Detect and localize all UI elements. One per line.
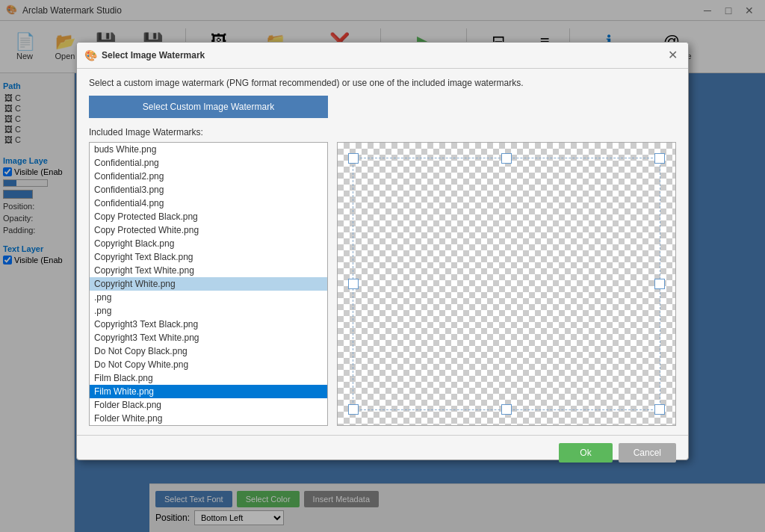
modal-footer: Ok Cancel <box>77 435 688 470</box>
handle-bottom-right[interactable] <box>654 404 665 415</box>
modal-close-button[interactable]: ✕ <box>664 47 681 64</box>
list-item[interactable]: .png <box>90 291 327 304</box>
select-custom-watermark-button[interactable]: Select Custom Image Watermark <box>89 96 328 118</box>
list-item[interactable]: Confidential3.png <box>90 183 327 197</box>
list-item[interactable]: Copyright Black.png <box>90 237 327 250</box>
select-watermark-modal: 🎨 Select Image Watermark ✕ Select a cust… <box>76 42 689 460</box>
preview-grid <box>353 158 660 410</box>
list-item[interactable]: buds White.png <box>90 143 327 156</box>
list-item[interactable]: Confidential.png <box>90 156 327 170</box>
list-item[interactable]: Confidential4.png <box>90 197 327 210</box>
ok-button[interactable]: Ok <box>559 443 612 463</box>
modal-title: Select Image Watermark <box>102 50 664 61</box>
handle-bottom-left[interactable] <box>348 404 359 415</box>
modal-description: Select a custom image watermark (PNG for… <box>89 78 676 88</box>
list-item[interactable]: Copyright3 Text Black.png <box>90 318 327 331</box>
list-item-film-white[interactable]: Film White.png <box>90 385 327 398</box>
list-item[interactable]: Do Not Copy Black.png <box>90 344 327 358</box>
handle-middle-right[interactable] <box>654 279 665 289</box>
list-item[interactable]: Confidential2.png <box>90 170 327 183</box>
list-item[interactable]: Folder White.png <box>90 412 327 425</box>
included-label: Included Image Watermarks: <box>89 127 676 137</box>
modal-body: buds White.png Confidential.png Confiden… <box>89 142 676 426</box>
preview-checkered <box>338 143 675 425</box>
list-item[interactable]: Copy Protected Black.png <box>90 210 327 223</box>
list-item[interactable]: .png <box>90 304 327 318</box>
modal-content: Select a custom image watermark (PNG for… <box>77 69 688 435</box>
modal-overlay: 🎨 Select Image Watermark ✕ Select a cust… <box>0 0 765 532</box>
list-item-copyright-white[interactable]: Copyright White.png <box>90 277 327 291</box>
list-item[interactable]: Copyright3 Text White.png <box>90 331 327 344</box>
file-list[interactable]: buds White.png Confidential.png Confiden… <box>89 142 328 426</box>
list-item[interactable]: Do Not Copy White.png <box>90 358 327 371</box>
handle-top-center[interactable] <box>501 153 512 164</box>
list-item[interactable]: Copy Protected White.png <box>90 223 327 237</box>
list-item[interactable]: Folder Black.png <box>90 398 327 412</box>
cancel-button[interactable]: Cancel <box>619 443 676 463</box>
handle-bottom-center[interactable] <box>501 404 512 415</box>
modal-title-bar: 🎨 Select Image Watermark ✕ <box>77 43 688 69</box>
handle-top-right[interactable] <box>654 153 665 164</box>
list-item[interactable]: Film Black.png <box>90 371 327 385</box>
handle-middle-left[interactable] <box>348 279 359 289</box>
preview-area <box>337 142 676 426</box>
included-section: Included Image Watermarks: buds White.pn… <box>89 127 676 426</box>
list-item[interactable]: Copyright Text White.png <box>90 264 327 277</box>
handle-top-left[interactable] <box>348 153 359 164</box>
modal-icon: 🎨 <box>84 49 97 61</box>
list-item[interactable]: Copyright Text Black.png <box>90 250 327 264</box>
